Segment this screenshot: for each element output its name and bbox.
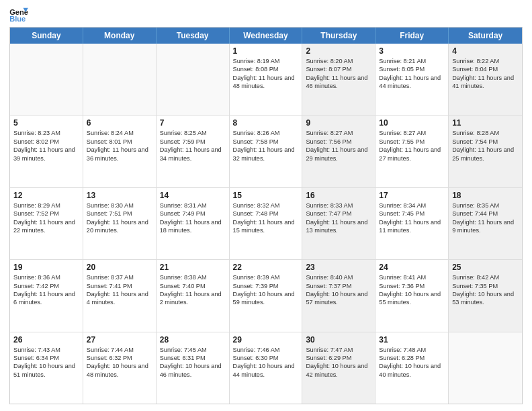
calendar-cell: 17Sunrise: 8:34 AMSunset: 7:45 PMDayligh… xyxy=(375,188,449,259)
calendar: SundayMondayTuesdayWednesdayThursdayFrid… xyxy=(9,27,523,404)
day-number: 21 xyxy=(160,263,226,272)
sunrise-text: Sunrise: 8:42 AM xyxy=(452,273,519,281)
daylight-text: Daylight: 11 hours and 48 minutes. xyxy=(233,74,299,91)
daylight-text: Daylight: 11 hours and 20 minutes. xyxy=(87,218,152,235)
daylight-text: Daylight: 10 hours and 40 minutes. xyxy=(379,362,445,379)
sunrise-text: Sunrise: 8:19 AM xyxy=(233,57,299,65)
sunrise-text: Sunrise: 8:38 AM xyxy=(160,273,226,281)
daylight-text: Daylight: 10 hours and 42 minutes. xyxy=(306,362,371,379)
weekday-header: Monday xyxy=(83,28,157,44)
day-number: 2 xyxy=(306,46,371,56)
daylight-text: Daylight: 11 hours and 44 minutes. xyxy=(379,74,445,91)
page: General Blue SundayMondayTuesdayWednesda… xyxy=(0,0,532,411)
sunset-text: Sunset: 8:01 PM xyxy=(87,138,152,146)
sunset-text: Sunset: 7:39 PM xyxy=(233,282,299,290)
sunset-text: Sunset: 7:35 PM xyxy=(452,282,519,290)
day-number: 11 xyxy=(452,118,519,128)
sunset-text: Sunset: 7:37 PM xyxy=(306,282,371,290)
sunset-text: Sunset: 7:54 PM xyxy=(452,138,519,146)
calendar-cell xyxy=(83,44,157,115)
day-number: 7 xyxy=(160,118,226,128)
daylight-text: Daylight: 11 hours and 4 minutes. xyxy=(87,290,152,307)
sunset-text: Sunset: 7:59 PM xyxy=(160,138,226,146)
sunrise-text: Sunrise: 7:44 AM xyxy=(87,346,152,354)
calendar-cell: 8Sunrise: 8:26 AMSunset: 7:58 PMDaylight… xyxy=(230,116,303,187)
sunset-text: Sunset: 8:08 PM xyxy=(233,65,299,73)
day-number: 22 xyxy=(233,263,299,272)
calendar-week: 12Sunrise: 8:29 AMSunset: 7:52 PMDayligh… xyxy=(10,187,522,259)
sunset-text: Sunset: 6:30 PM xyxy=(233,354,299,362)
sunset-text: Sunset: 7:47 PM xyxy=(306,210,371,218)
calendar-cell: 24Sunrise: 8:41 AMSunset: 7:36 PMDayligh… xyxy=(375,260,449,331)
calendar-cell: 27Sunrise: 7:44 AMSunset: 6:32 PMDayligh… xyxy=(83,332,157,404)
sunrise-text: Sunrise: 8:36 AM xyxy=(13,273,79,281)
daylight-text: Daylight: 11 hours and 6 minutes. xyxy=(13,290,79,307)
daylight-text: Daylight: 11 hours and 13 minutes. xyxy=(306,218,371,235)
sunset-text: Sunset: 6:28 PM xyxy=(379,354,445,362)
calendar-cell xyxy=(10,44,83,115)
calendar-week: 5Sunrise: 8:23 AMSunset: 8:02 PMDaylight… xyxy=(10,115,522,187)
calendar-cell: 11Sunrise: 8:28 AMSunset: 7:54 PMDayligh… xyxy=(449,116,522,187)
sunset-text: Sunset: 6:34 PM xyxy=(13,354,79,362)
sunrise-text: Sunrise: 8:28 AM xyxy=(452,129,519,137)
sunrise-text: Sunrise: 8:27 AM xyxy=(306,129,371,137)
daylight-text: Daylight: 11 hours and 46 minutes. xyxy=(306,74,371,91)
sunrise-text: Sunrise: 8:34 AM xyxy=(379,201,445,210)
calendar-cell xyxy=(449,332,522,404)
calendar-cell: 4Sunrise: 8:22 AMSunset: 8:04 PMDaylight… xyxy=(449,44,522,115)
sunrise-text: Sunrise: 8:22 AM xyxy=(452,57,519,65)
day-number: 28 xyxy=(160,335,226,345)
weekday-header: Sunday xyxy=(10,28,83,44)
daylight-text: Daylight: 11 hours and 22 minutes. xyxy=(13,218,79,235)
weekday-header: Tuesday xyxy=(157,28,230,44)
sunrise-text: Sunrise: 8:39 AM xyxy=(233,273,299,281)
day-number: 18 xyxy=(452,191,519,200)
sunset-text: Sunset: 8:07 PM xyxy=(306,65,371,73)
logo-icon: General Blue xyxy=(9,7,28,23)
sunset-text: Sunset: 8:02 PM xyxy=(13,138,79,146)
calendar-cell: 31Sunrise: 7:48 AMSunset: 6:28 PMDayligh… xyxy=(375,332,449,404)
sunrise-text: Sunrise: 7:45 AM xyxy=(160,346,226,354)
sunset-text: Sunset: 7:44 PM xyxy=(452,210,519,218)
calendar-cell: 15Sunrise: 8:32 AMSunset: 7:48 PMDayligh… xyxy=(230,188,303,259)
calendar-cell: 14Sunrise: 8:31 AMSunset: 7:49 PMDayligh… xyxy=(157,188,230,259)
sunrise-text: Sunrise: 8:30 AM xyxy=(87,201,152,210)
calendar-week: 1Sunrise: 8:19 AMSunset: 8:08 PMDaylight… xyxy=(10,44,522,115)
sunset-text: Sunset: 7:36 PM xyxy=(379,282,445,290)
sunset-text: Sunset: 7:41 PM xyxy=(87,282,152,290)
sunset-text: Sunset: 7:49 PM xyxy=(160,210,226,218)
daylight-text: Daylight: 10 hours and 48 minutes. xyxy=(87,362,152,379)
daylight-text: Daylight: 11 hours and 29 minutes. xyxy=(306,146,371,163)
logo: General Blue xyxy=(9,7,31,23)
calendar-week: 26Sunrise: 7:43 AMSunset: 6:34 PMDayligh… xyxy=(10,332,522,404)
calendar-cell: 16Sunrise: 8:33 AMSunset: 7:47 PMDayligh… xyxy=(302,188,375,259)
daylight-text: Daylight: 11 hours and 9 minutes. xyxy=(452,218,519,235)
sunset-text: Sunset: 7:56 PM xyxy=(306,138,371,146)
daylight-text: Daylight: 11 hours and 15 minutes. xyxy=(233,218,299,235)
day-number: 24 xyxy=(379,263,445,272)
sunrise-text: Sunrise: 8:24 AM xyxy=(87,129,152,137)
sunrise-text: Sunrise: 8:29 AM xyxy=(13,201,79,210)
weekday-header: Thursday xyxy=(302,28,375,44)
header: General Blue xyxy=(9,7,523,23)
daylight-text: Daylight: 11 hours and 32 minutes. xyxy=(233,146,299,163)
day-number: 1 xyxy=(233,46,299,56)
sunset-text: Sunset: 8:04 PM xyxy=(452,65,519,73)
calendar-cell xyxy=(157,44,230,115)
sunrise-text: Sunrise: 8:27 AM xyxy=(379,129,445,137)
day-number: 15 xyxy=(233,191,299,200)
calendar-cell: 29Sunrise: 7:46 AMSunset: 6:30 PMDayligh… xyxy=(230,332,303,404)
weekday-header: Saturday xyxy=(449,28,522,44)
day-number: 17 xyxy=(379,191,445,200)
daylight-text: Daylight: 10 hours and 59 minutes. xyxy=(233,290,299,307)
day-number: 31 xyxy=(379,335,445,345)
daylight-text: Daylight: 10 hours and 46 minutes. xyxy=(160,362,226,379)
sunset-text: Sunset: 7:55 PM xyxy=(379,138,445,146)
sunrise-text: Sunrise: 7:48 AM xyxy=(379,346,445,354)
calendar-cell: 6Sunrise: 8:24 AMSunset: 8:01 PMDaylight… xyxy=(83,116,157,187)
calendar-cell: 3Sunrise: 8:21 AMSunset: 8:05 PMDaylight… xyxy=(375,44,449,115)
daylight-text: Daylight: 11 hours and 27 minutes. xyxy=(379,146,445,163)
sunset-text: Sunset: 6:29 PM xyxy=(306,354,371,362)
daylight-text: Daylight: 11 hours and 25 minutes. xyxy=(452,146,519,163)
calendar-cell: 13Sunrise: 8:30 AMSunset: 7:51 PMDayligh… xyxy=(83,188,157,259)
